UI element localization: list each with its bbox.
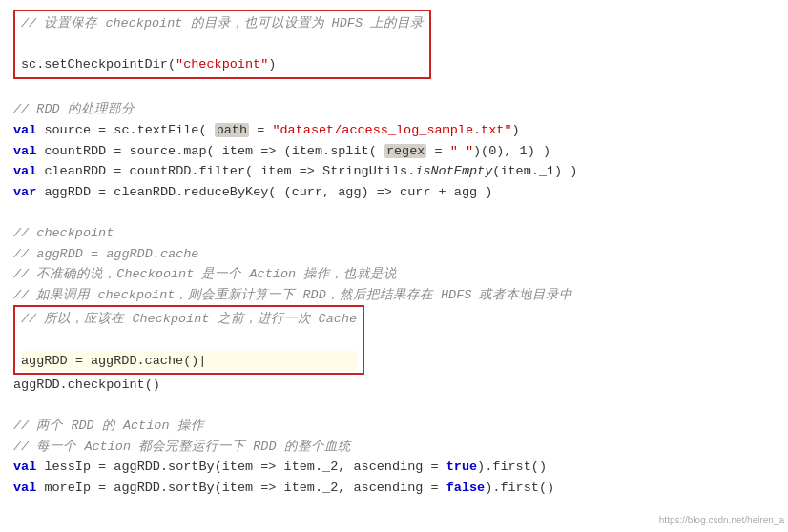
line-so-cache-comment: // 所以，应该在 Checkpoint 之前，进行一次 Cache — [21, 309, 357, 330]
line-setcheckpointdir: sc.setCheckpointDir("checkpoint") — [21, 54, 424, 75]
watermark: https://blog.csdn.net/heiren_a — [659, 513, 784, 528]
red-box-bottom: // 所以，应该在 Checkpoint 之前，进行一次 Cache aggRD… — [13, 305, 364, 375]
line-two-action-comment: // 两个 RDD 的 Action 操作 — [13, 416, 775, 437]
line-checkpoint-comment: // checkpoint — [13, 223, 775, 244]
line-val-cleanrdd: val cleanRDD = countRDD.filter( item => … — [13, 161, 775, 182]
line-val-lessip: val lessIp = aggRDD.sortBy(item => item.… — [13, 457, 775, 478]
code-container: // 设置保存 checkpoint 的目录，也可以设置为 HDFS 上的目录 … — [0, 0, 788, 508]
line-rdd-part: // RDD 的处理部分 — [13, 99, 775, 120]
line-every-action-comment: // 每一个 Action 都会完整运行一下 RDD 的整个血统 — [13, 437, 775, 458]
line-aggrdd-checkpoint: aggRDD.checkpoint() — [13, 375, 775, 396]
line-aggrdd-cache-comment: // aggRDD = aggRDD.cache — [13, 244, 775, 265]
red-box-top: // 设置保存 checkpoint 的目录，也可以设置为 HDFS 上的目录 … — [13, 10, 431, 79]
line-val-countrdd: val countRDD = source.map( item => (item… — [13, 141, 775, 162]
line-val-moreip: val moreIp = aggRDD.sortBy(item => item.… — [13, 478, 775, 499]
line-var-aggrdd: var aggRDD = cleanRDD.reduceByKey( (curr… — [13, 182, 775, 203]
line-inexact-comment: // 不准确的说，Checkpoint 是一个 Action 操作，也就是说 — [13, 264, 775, 285]
line-val-source: val source = sc.textFile( path = "datase… — [13, 120, 775, 141]
line-comment-checkpoint-dir: // 设置保存 checkpoint 的目录，也可以设置为 HDFS 上的目录 — [21, 13, 424, 34]
line-aggrdd-cache: aggRDD = aggRDD.cache()| — [21, 351, 357, 372]
line-recalc-comment: // 如果调用 checkpoint，则会重新计算一下 RDD，然后把结果存在 … — [13, 285, 775, 306]
